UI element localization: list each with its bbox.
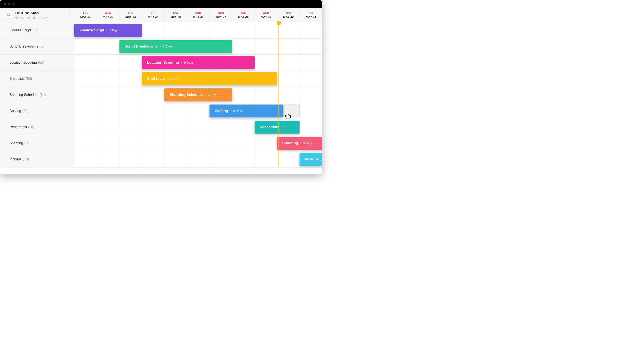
gantt-bar[interactable]: Shooting•3 Days (277, 137, 322, 150)
timeline-header: TOURING MAN Touring Man May 21 – Jun 18 … (0, 8, 322, 22)
date-label: MAY 25 (170, 15, 181, 19)
gantt-bar-duration: 6 Days (170, 77, 180, 80)
day-of-week: THU (286, 12, 291, 15)
date-column-header: THUMAY 23 (120, 8, 142, 22)
task-timeline-area[interactable]: Location Scouting•5 Days (74, 55, 322, 71)
day-of-week: FRI (151, 12, 155, 15)
gantt-bar-label: Rehearsals (260, 125, 279, 129)
gantt-bar-label: Shooting (282, 141, 298, 145)
task-row: Location Scouting(5d)Location Scouting•5… (0, 55, 322, 71)
task-row: Pickups(1d)Pickups… (0, 151, 322, 168)
minimize-icon[interactable] (8, 3, 10, 5)
day-of-week: FRI (309, 12, 313, 15)
today-indicator (278, 22, 279, 168)
gantt-bar-label: Pickups… (305, 157, 322, 161)
task-label[interactable]: Pickups(1d) (0, 151, 74, 167)
gantt-bar-duration: 5 Days (184, 61, 194, 64)
date-label: MAY 27 (216, 15, 226, 19)
task-timeline-area[interactable]: Rehearsals•2… (74, 119, 322, 135)
task-row: Shooting Schedule(3d)Shooting Schedule•3… (0, 87, 322, 103)
date-label: MAY 28 (238, 15, 248, 19)
project-menu-button[interactable]: ••• (69, 12, 70, 18)
gantt-bar-duration: 5 Days (163, 45, 172, 48)
gantt-bar[interactable]: Location Scouting•5 Days (142, 56, 254, 69)
date-column-header: THUMAY 30 (277, 8, 300, 22)
date-label: MAY 26 (193, 15, 204, 19)
gantt-bar-label: Shooting Schedule (170, 93, 203, 97)
gantt-bar[interactable]: Rehearsals•2… (255, 121, 300, 134)
task-row: Rehearsals(2d)Rehearsals•2… (0, 119, 322, 135)
gantt-bar[interactable]: Shot Lists•6 Days (142, 72, 277, 85)
project-logo: TOURING MAN (5, 11, 12, 19)
gantt-bar-duration: 3 Days (109, 29, 119, 32)
day-of-week: SAT (173, 12, 178, 15)
project-title: Touring Man (14, 11, 69, 16)
day-of-week: TUE (241, 12, 246, 15)
date-column-header: FRIMAY 31 (300, 8, 322, 22)
task-label[interactable]: Rehearsals(2d) (0, 119, 74, 135)
gantt-bar[interactable]: Casting•3 Days (210, 105, 284, 117)
date-column-header: SATMAY 25 (164, 8, 187, 22)
gantt-bar-label: Casting (215, 109, 228, 113)
date-column-header: MONMAY 27 (210, 8, 232, 22)
gantt-bar[interactable]: Script Breakdowns•5 Days (120, 40, 232, 53)
date-label: MAY 30 (283, 15, 294, 19)
date-column-header: WEDMAY 29 (255, 8, 277, 22)
task-label[interactable]: Script Breakdowns(5d) (0, 39, 74, 54)
task-row: Shot Lists(6d)Shot Lists•6 Days (0, 71, 322, 87)
date-label: MAY 21 (80, 15, 91, 19)
gantt-bar-label: Script Breakdowns (125, 44, 158, 49)
gantt-bar[interactable]: Pickups… (300, 153, 322, 166)
day-of-week: MON (218, 12, 224, 15)
project-header: TOURING MAN Touring Man May 21 – Jun 18 … (0, 8, 74, 22)
task-row: Script Breakdowns(5d)Script Breakdowns•5… (0, 39, 322, 55)
date-column-header: SUNMAY 26 (187, 8, 210, 22)
date-label: MAY 29 (261, 15, 271, 19)
gantt-bar[interactable]: Shooting Schedule•3 Days (164, 88, 232, 101)
gantt-bar-label: Finalize Script (80, 28, 104, 33)
day-of-week: SUN (195, 12, 201, 15)
day-of-week: THU (128, 12, 134, 15)
date-column-header: WEDMAY 22 (97, 8, 120, 22)
task-row: Shooting(3d)Shooting•3 Days (0, 135, 322, 151)
gantt-bar-duration: 2… (284, 125, 289, 129)
task-label[interactable]: Shooting(3d) (0, 135, 74, 151)
date-label: MAY 23 (125, 15, 136, 19)
gantt-bar-duration: 3 Days (303, 142, 313, 145)
task-label[interactable]: Finalize Script(3d) (0, 22, 74, 38)
date-column-header: FRIMAY 24 (142, 8, 164, 22)
task-timeline-area[interactable]: Shooting•3 Days (74, 135, 322, 151)
date-label: MAY 31 (306, 15, 316, 19)
project-subtitle: May 21 – Jun 18 · 30 days (14, 16, 69, 19)
gantt-bar-duration: 3 Days (208, 93, 217, 97)
task-label[interactable]: Casting(3d) (0, 103, 74, 119)
day-of-week: WED (105, 12, 111, 15)
date-column-header: TUEMAY 21 (74, 8, 97, 22)
task-label[interactable]: Shooting Schedule(3d) (0, 87, 74, 103)
task-timeline-area[interactable]: Pickups… (74, 151, 322, 167)
task-timeline-area[interactable]: Script Breakdowns•5 Days (74, 39, 322, 54)
date-label: MAY 24 (148, 15, 158, 19)
window-titlebar (0, 0, 322, 8)
resize-handle[interactable] (282, 105, 284, 117)
today-marker-icon (277, 21, 281, 25)
maximize-icon[interactable] (12, 3, 14, 5)
task-timeline-area[interactable]: Shot Lists•6 Days (74, 71, 322, 87)
date-column-header: TUEMAY 28 (232, 8, 255, 22)
task-label[interactable]: Location Scouting(5d) (0, 55, 74, 71)
gantt-bar-duration: 3 Days (233, 109, 242, 113)
task-row: Casting(3d)Casting•3 Days (0, 103, 322, 119)
close-icon[interactable] (4, 3, 6, 5)
gantt-bar-label: Location Scouting (147, 61, 179, 65)
task-timeline-area[interactable]: Shooting Schedule•3 Days (74, 87, 322, 103)
day-of-week: WED (262, 12, 269, 15)
task-row: Finalize Script(3d)Finalize Script•3 Day… (0, 22, 322, 39)
gantt-body: Finalize Script(3d)Finalize Script•3 Day… (0, 22, 322, 168)
pointer-cursor-icon (285, 112, 292, 120)
gantt-bar-label: Shot Lists (147, 77, 164, 81)
task-label[interactable]: Shot Lists(6d) (0, 71, 74, 87)
gantt-bar[interactable]: Finalize Script•3 Days (74, 24, 142, 37)
date-label: MAY 22 (103, 15, 113, 19)
day-of-week: TUE (83, 12, 88, 15)
task-timeline-area[interactable]: Finalize Script•3 Days (74, 22, 322, 38)
